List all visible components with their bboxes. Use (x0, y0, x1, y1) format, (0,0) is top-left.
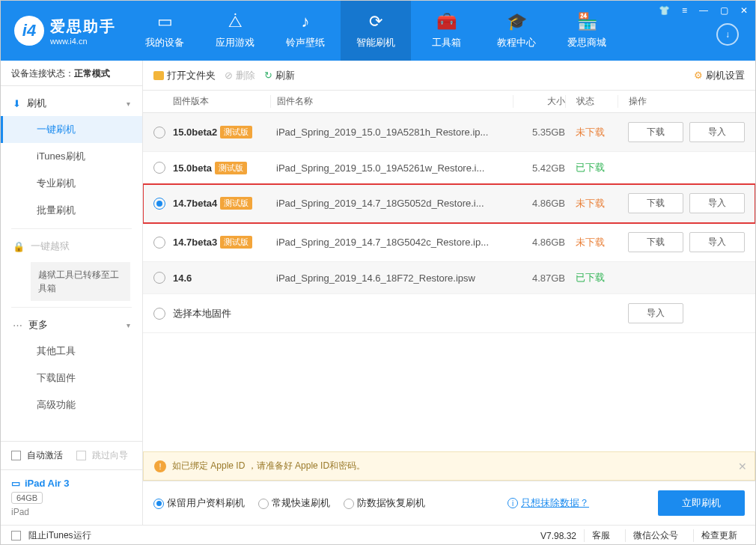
block-itunes-checkbox[interactable] (11, 531, 21, 541)
footer: 阻止iTunes运行 V7.98.32 客服 微信公众号 检查更新 (1, 525, 755, 545)
sidebar-item-itunes[interactable]: iTunes刷机 (1, 143, 142, 170)
store-icon: 🏪 (577, 12, 597, 31)
beta-badge: 测试版 (220, 236, 252, 249)
tshirt-icon[interactable]: 👕 (656, 4, 673, 17)
opt-normal[interactable]: 常规快速刷机 (258, 496, 330, 510)
import-button[interactable]: 导入 (689, 122, 745, 142)
menu-icon[interactable]: ≡ (679, 4, 690, 17)
phone-icon: ▭ (157, 12, 173, 31)
col-size: 大小 (513, 95, 565, 108)
nav-apps[interactable]: ⧊应用游戏 (200, 1, 270, 61)
row-radio[interactable] (153, 162, 165, 174)
gear-icon: ⚙ (694, 70, 703, 81)
nav-tutorial[interactable]: 🎓教程中心 (481, 1, 552, 61)
chevron-down-icon: ▾ (126, 321, 130, 329)
import-button[interactable]: 导入 (689, 193, 745, 213)
tablet-icon: ▭ (11, 478, 20, 489)
sidebar-head-flash[interactable]: ⬇ 刷机 ▾ (1, 91, 142, 116)
sidebar-item-pro[interactable]: 专业刷机 (1, 170, 142, 197)
folder-icon (153, 71, 164, 80)
import-button[interactable]: 导入 (628, 303, 683, 323)
download-button[interactable]: 下载 (628, 122, 683, 142)
version-label: V7.98.32 (540, 531, 576, 541)
col-ops: 操作 (618, 95, 745, 108)
book-icon: 🎓 (507, 12, 527, 31)
device-info: ▭iPad Air 3 64GB iPad (1, 469, 142, 525)
auto-activate-row: 自动激活 跳过向导 (1, 442, 142, 469)
window-controls: 👕 ≡ — ▢ ✕ (656, 4, 751, 17)
storage-badge: 64GB (11, 492, 43, 504)
download-button[interactable]: 下载 (628, 232, 683, 252)
appleid-alert: ! 如已绑定 Apple ID ，请准备好 Apple ID和密码。 ✕ (143, 451, 755, 481)
refresh-icon: ⟳ (369, 12, 382, 31)
app-header: i4 爱思助手 www.i4.cn ▭我的设备 ⧊应用游戏 ♪铃声壁纸 ⟳智能刷… (1, 1, 755, 61)
sidebar: 设备连接状态：正常模式 ⬇ 刷机 ▾ 一键刷机 iTunes刷机 专业刷机 批量… (1, 61, 143, 525)
download-circle-button[interactable]: ↓ (716, 23, 739, 46)
toolbox-icon: 🧰 (436, 12, 457, 31)
close-icon[interactable]: ✕ (737, 4, 751, 17)
sidebar-head-more[interactable]: ⋯ 更多 ▾ (1, 312, 142, 338)
table-row[interactable]: 15.0beta测试版iPad_Spring_2019_15.0_19A5261… (143, 152, 755, 184)
nav-store[interactable]: 🏪爱思商城 (552, 1, 622, 61)
table-row-local[interactable]: 选择本地固件导入 (143, 294, 755, 333)
firmware-list: 15.0beta2测试版iPad_Spring_2019_15.0_19A528… (143, 113, 755, 451)
chevron-down-icon: ▾ (126, 100, 130, 108)
more-icon: ⋯ (13, 320, 22, 331)
row-radio[interactable] (153, 272, 165, 284)
flash-options: 保留用户资料刷机 常规快速刷机 防数据恢复刷机 i只想抹除数据？ 立即刷机 (143, 481, 755, 525)
sidebar-item-oneclick[interactable]: 一键刷机 (1, 116, 142, 143)
beta-badge: 测试版 (220, 197, 252, 210)
row-radio[interactable] (153, 237, 165, 249)
erase-only-link[interactable]: i只想抹除数据？ (507, 496, 589, 510)
main-panel: 打开文件夹 ⊘删除 ↻刷新 ⚙刷机设置 固件版本 固件名称 大小 状态 操作 1… (143, 61, 755, 525)
table-row[interactable]: 14.6iPad_Spring_2019_14.6_18F72_Restore.… (143, 262, 755, 294)
opt-keep-data[interactable]: 保留用户资料刷机 (153, 496, 245, 510)
jailbreak-note: 越狱工具已转移至工具箱 (31, 262, 130, 301)
table-row[interactable]: 14.7beta4测试版iPad_Spring_2019_14.7_18G505… (143, 184, 755, 223)
row-radio[interactable] (153, 198, 165, 210)
warning-icon: ! (154, 460, 166, 472)
download-button[interactable]: 下载 (628, 193, 683, 213)
col-status: 状态 (565, 95, 618, 108)
delete-icon: ⊘ (225, 70, 233, 81)
maximize-icon[interactable]: ▢ (717, 4, 731, 17)
auto-activate-checkbox[interactable] (11, 451, 21, 460)
service-button[interactable]: 客服 (584, 529, 618, 542)
skip-guide-checkbox[interactable] (76, 451, 86, 460)
opt-recover[interactable]: 防数据恢复刷机 (344, 496, 425, 510)
import-button[interactable]: 导入 (689, 232, 745, 252)
row-radio[interactable] (153, 308, 165, 320)
connection-status: 设备连接状态：正常模式 (1, 61, 142, 86)
wechat-button[interactable]: 微信公众号 (625, 529, 686, 542)
col-version: 固件版本 (173, 95, 270, 108)
music-icon: ♪ (302, 12, 310, 31)
table-row[interactable]: 15.0beta2测试版iPad_Spring_2019_15.0_19A528… (143, 113, 755, 152)
device-type: iPad (11, 507, 132, 517)
row-radio[interactable] (153, 127, 165, 138)
nav-flash[interactable]: ⟳智能刷机 (341, 1, 411, 61)
info-icon: i (507, 498, 518, 508)
refresh-button[interactable]: ↻刷新 (264, 69, 295, 82)
sidebar-item-advanced[interactable]: 高级功能 (1, 392, 142, 418)
logo: i4 爱思助手 www.i4.cn (1, 1, 129, 61)
sidebar-item-other[interactable]: 其他工具 (1, 338, 142, 365)
col-name: 固件名称 (270, 95, 513, 108)
check-update-button[interactable]: 检查更新 (693, 529, 745, 542)
nav-ringtone[interactable]: ♪铃声壁纸 (270, 1, 341, 61)
flash-now-button[interactable]: 立即刷机 (658, 490, 745, 516)
nav-toolbox[interactable]: 🧰工具箱 (411, 1, 481, 61)
sidebar-item-batch[interactable]: 批量刷机 (1, 197, 142, 224)
beta-badge: 测试版 (220, 126, 252, 138)
settings-button[interactable]: ⚙刷机设置 (694, 69, 745, 82)
delete-button[interactable]: ⊘删除 (225, 69, 255, 82)
table-row[interactable]: 14.7beta3测试版iPad_Spring_2019_14.7_18G504… (143, 223, 755, 262)
sidebar-item-download[interactable]: 下载固件 (1, 365, 142, 392)
minimize-icon[interactable]: — (696, 4, 711, 17)
toolbar: 打开文件夹 ⊘删除 ↻刷新 ⚙刷机设置 (143, 61, 755, 91)
flash-icon: ⬇ (13, 98, 21, 109)
alert-close-button[interactable]: ✕ (738, 460, 747, 472)
apps-icon: ⧊ (228, 12, 242, 31)
nav-my-device[interactable]: ▭我的设备 (129, 1, 200, 61)
logo-icon: i4 (14, 16, 44, 46)
open-folder-button[interactable]: 打开文件夹 (153, 69, 216, 82)
